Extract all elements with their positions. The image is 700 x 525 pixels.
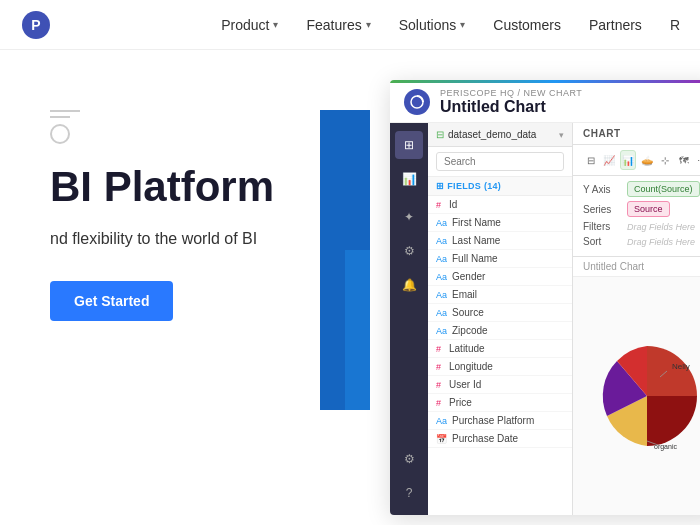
field-last-name[interactable]: AaLast Name — [428, 232, 572, 250]
navbar: P Product ▾ Features ▾ Solutions ▾ Custo… — [0, 0, 700, 50]
svg-text:P: P — [31, 17, 40, 33]
sidebar-icon-gear[interactable]: ✦ — [395, 203, 423, 231]
chart-type-map[interactable]: 🗺 — [676, 150, 692, 170]
field-id[interactable]: #Id — [428, 196, 572, 214]
sort-row: Sort Drag Fields Here — [583, 236, 700, 247]
app-topbar-border — [390, 80, 700, 83]
nav-customers[interactable]: Customers — [493, 17, 561, 33]
series-row: Series Source — [583, 201, 700, 217]
field-source[interactable]: AaSource — [428, 304, 572, 322]
fields-section-header: ⊞ FIELDS (14) — [428, 177, 572, 196]
chart-type-more[interactable]: ⋯ — [694, 150, 700, 170]
nav-solutions[interactable]: Solutions ▾ — [399, 17, 466, 33]
svg-text:organic: organic — [654, 443, 677, 451]
app-sidebar: ⊞ 📊 ✦ ⚙ 🔔 ⚙ ? — [390, 123, 428, 515]
chevron-down-icon: ▾ — [366, 19, 371, 30]
field-email[interactable]: AaEmail — [428, 286, 572, 304]
fields-search[interactable] — [428, 147, 572, 177]
sidebar-icon-settings[interactable]: ⚙ — [395, 445, 423, 473]
field-first-name[interactable]: AaFirst Name — [428, 214, 572, 232]
sort-label: Sort — [583, 236, 621, 247]
chart-panel: CHART ⊟ 📈 📊 🥧 ⊹ 🗺 ⋯ Y Axis Count(Sourc — [573, 123, 700, 515]
app-body: ⊞ 📊 ✦ ⚙ 🔔 ⚙ ? ⊟ dataset_demo_data ▾ — [390, 123, 700, 515]
app-topbar: PERISCOPE HQ / NEW CHART Untitled Chart — [390, 80, 700, 123]
hero-cta-button[interactable]: Get Started — [50, 281, 173, 321]
nav-partners[interactable]: Partners — [589, 17, 642, 33]
series-value[interactable]: Source — [627, 201, 670, 217]
app-window: PERISCOPE HQ / NEW CHART Untitled Chart … — [390, 80, 700, 515]
field-purchase-platform[interactable]: AaPurchase Platform — [428, 412, 572, 430]
filters-label: Filters — [583, 221, 621, 232]
dataset-chevron-icon: ▾ — [559, 130, 564, 140]
filters-placeholder: Drag Fields Here — [627, 222, 695, 232]
hero-eyebrow — [50, 110, 330, 144]
nav-features[interactable]: Features ▾ — [306, 17, 370, 33]
filters-row: Filters Drag Fields Here — [583, 221, 700, 232]
hero-section: BI Platform nd flexibility to the world … — [0, 50, 700, 525]
chart-title: Untitled Chart — [573, 257, 700, 277]
sidebar-icon-chart[interactable]: 📊 — [395, 165, 423, 193]
hero-title: BI Platform — [50, 164, 330, 210]
chart-type-table[interactable]: ⊟ — [583, 150, 599, 170]
search-input[interactable] — [436, 152, 564, 171]
hero-left: BI Platform nd flexibility to the world … — [0, 50, 360, 525]
nav-product[interactable]: Product ▾ — [221, 17, 278, 33]
chart-type-selector: ⊟ 📈 📊 🥧 ⊹ 🗺 ⋯ — [573, 145, 700, 176]
fields-grid-icon: ⊞ — [436, 181, 444, 191]
nav-extra[interactable]: R — [670, 17, 680, 33]
chart-fields-config: Y Axis Count(Source) Series Source Filte… — [573, 176, 700, 257]
breadcrumb-path: PERISCOPE HQ / NEW CHART — [440, 88, 582, 98]
chart-type-bar[interactable]: 📊 — [620, 150, 636, 170]
field-latitude[interactable]: #Latitude — [428, 340, 572, 358]
hero-right: PERISCOPE HQ / NEW CHART Untitled Chart … — [360, 50, 700, 525]
chevron-down-icon: ▾ — [273, 19, 278, 30]
dataset-icon: ⊟ — [436, 129, 444, 140]
svg-text:Nelly: Nelly — [672, 362, 690, 371]
chart-preview: Nelly organic — [573, 277, 700, 515]
field-longitude[interactable]: #Longitude — [428, 358, 572, 376]
field-purchase-date[interactable]: 📅Purchase Date — [428, 430, 572, 448]
y-axis-value[interactable]: Count(Source) — [627, 181, 700, 197]
dataset-label: dataset_demo_data — [448, 129, 555, 140]
field-price[interactable]: #Price — [428, 394, 572, 412]
sidebar-icon-tools[interactable]: ⚙ — [395, 237, 423, 265]
series-label: Series — [583, 204, 621, 215]
y-axis-row: Y Axis Count(Source) — [583, 181, 700, 197]
chart-type-scatter[interactable]: ⊹ — [657, 150, 673, 170]
app-logo — [404, 89, 430, 115]
eyebrow-line-2 — [50, 116, 70, 118]
sidebar-icon-help[interactable]: ? — [395, 479, 423, 507]
sort-placeholder: Drag Fields Here — [627, 237, 695, 247]
field-user-id[interactable]: #User Id — [428, 376, 572, 394]
field-zipcode[interactable]: AaZipcode — [428, 322, 572, 340]
chevron-down-icon: ▾ — [460, 19, 465, 30]
app-breadcrumb: PERISCOPE HQ / NEW CHART Untitled Chart — [440, 88, 582, 116]
hero-subtitle: nd flexibility to the world of BI — [50, 228, 330, 250]
field-gender[interactable]: AaGender — [428, 268, 572, 286]
fields-list: #Id AaFirst Name AaLast Name AaFull Name… — [428, 196, 572, 515]
chart-type-pie[interactable]: 🥧 — [639, 150, 655, 170]
chart-type-time[interactable]: 📈 — [602, 150, 618, 170]
y-axis-label: Y Axis — [583, 184, 621, 195]
breadcrumb-title: Untitled Chart — [440, 98, 582, 116]
dataset-selector[interactable]: ⊟ dataset_demo_data ▾ — [428, 123, 572, 147]
nav-logo: P — [20, 9, 52, 41]
chart-pie-svg: Nelly organic — [592, 341, 701, 451]
sidebar-icon-grid[interactable]: ⊞ — [395, 131, 423, 159]
field-full-name[interactable]: AaFull Name — [428, 250, 572, 268]
fields-panel: ⊟ dataset_demo_data ▾ ⊞ FIELDS (14) #Id — [428, 123, 573, 515]
sidebar-icon-bell[interactable]: 🔔 — [395, 271, 423, 299]
eyebrow-line — [50, 110, 80, 112]
chart-panel-header: CHART — [573, 123, 700, 145]
nav-links: Product ▾ Features ▾ Solutions ▾ Custome… — [221, 17, 680, 33]
eyebrow-circle — [50, 124, 70, 144]
